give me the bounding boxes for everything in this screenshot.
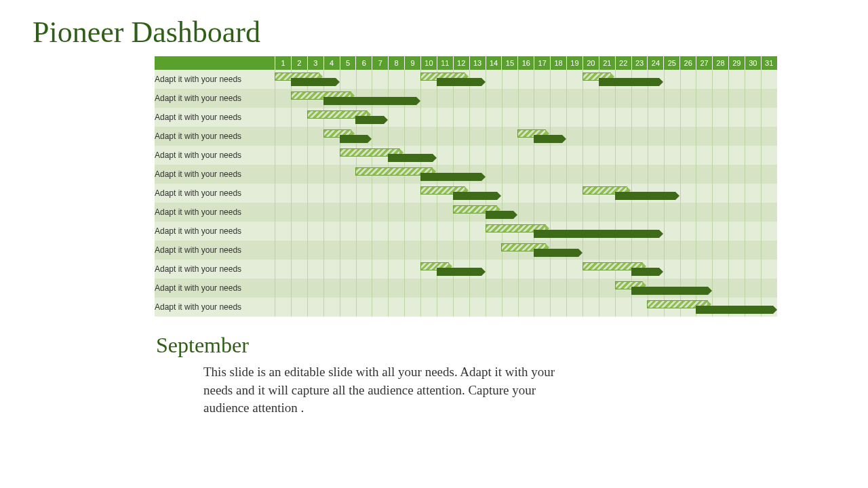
day-header: 12 xyxy=(453,56,469,70)
gantt-chart: 1234567891011121314151617181920212223242… xyxy=(155,56,755,317)
task-bars-cell xyxy=(275,222,777,241)
actual-bar xyxy=(437,268,481,276)
day-header: 19 xyxy=(566,56,583,70)
gantt-table: 1234567891011121314151617181920212223242… xyxy=(155,56,777,317)
day-header: 17 xyxy=(534,56,550,70)
day-header: 1 xyxy=(275,56,291,70)
task-bars-cell xyxy=(275,279,777,298)
task-label: Adapt it with your needs xyxy=(155,70,275,89)
actual-bar xyxy=(696,306,772,314)
task-bars-cell xyxy=(275,127,777,146)
task-row: Adapt it with your needs xyxy=(155,203,777,222)
day-header: 6 xyxy=(355,56,372,70)
task-label: Adapt it with your needs xyxy=(155,260,275,279)
task-row: Adapt it with your needs xyxy=(155,298,777,317)
gantt-body: Adapt it with your needsAdapt it with yo… xyxy=(155,70,777,317)
day-header: 22 xyxy=(615,56,631,70)
actual-bar xyxy=(340,135,368,143)
day-header: 21 xyxy=(599,56,615,70)
day-header: 7 xyxy=(372,56,388,70)
task-bars-cell xyxy=(275,89,777,108)
task-label: Adapt it with your needs xyxy=(155,279,275,298)
task-bars-cell xyxy=(275,146,777,165)
day-header: 2 xyxy=(291,56,307,70)
day-header: 5 xyxy=(340,56,356,70)
task-row: Adapt it with your needs xyxy=(155,241,777,260)
actual-bar xyxy=(599,78,660,86)
actual-bar xyxy=(631,268,660,276)
actual-bar xyxy=(420,173,481,181)
day-header: 15 xyxy=(501,56,517,70)
description-text: This slide is an editable slide with all… xyxy=(203,363,583,418)
task-label: Adapt it with your needs xyxy=(155,165,275,184)
actual-bar xyxy=(631,287,708,295)
actual-bar xyxy=(437,78,481,86)
day-header: 9 xyxy=(404,56,420,70)
day-header: 31 xyxy=(761,56,777,70)
day-header: 30 xyxy=(745,56,761,70)
day-header: 29 xyxy=(728,56,745,70)
task-bars-cell xyxy=(275,298,777,317)
task-row: Adapt it with your needs xyxy=(155,260,777,279)
task-bars-cell xyxy=(275,184,777,203)
day-header: 27 xyxy=(696,56,712,70)
task-bars-cell xyxy=(275,260,777,279)
task-label: Adapt it with your needs xyxy=(155,108,275,127)
day-header: 25 xyxy=(663,56,679,70)
task-row: Adapt it with your needs xyxy=(155,70,777,89)
gantt-header-row: 1234567891011121314151617181920212223242… xyxy=(155,56,777,70)
actual-bar xyxy=(534,135,562,143)
actual-bar xyxy=(453,192,498,200)
task-label: Adapt it with your needs xyxy=(155,222,275,241)
day-header: 16 xyxy=(517,56,534,70)
task-row: Adapt it with your needs xyxy=(155,89,777,108)
actual-bar xyxy=(534,230,659,238)
task-bars-cell xyxy=(275,165,777,184)
day-header: 10 xyxy=(420,56,437,70)
page-title: Pioneer Dashboard xyxy=(33,15,868,49)
day-header: 26 xyxy=(679,56,696,70)
task-label: Adapt it with your needs xyxy=(155,298,275,317)
task-bars-cell xyxy=(275,241,777,260)
task-bars-cell xyxy=(275,70,777,89)
task-label: Adapt it with your needs xyxy=(155,241,275,260)
actual-bar xyxy=(534,249,578,257)
day-header: 4 xyxy=(323,56,340,70)
day-header: 8 xyxy=(388,56,404,70)
task-row: Adapt it with your needs xyxy=(155,184,777,203)
actual-bar xyxy=(486,211,514,219)
task-label: Adapt it with your needs xyxy=(155,127,275,146)
task-row: Adapt it with your needs xyxy=(155,146,777,165)
task-row: Adapt it with your needs xyxy=(155,108,777,127)
task-row: Adapt it with your needs xyxy=(155,127,777,146)
day-header: 20 xyxy=(583,56,599,70)
task-label: Adapt it with your needs xyxy=(155,89,275,108)
task-row: Adapt it with your needs xyxy=(155,279,777,298)
task-row: Adapt it with your needs xyxy=(155,222,777,241)
day-header: 14 xyxy=(486,56,502,70)
day-header: 24 xyxy=(647,56,663,70)
day-header: 11 xyxy=(437,56,453,70)
day-header: 28 xyxy=(712,56,728,70)
task-bars-cell xyxy=(275,108,777,127)
day-header: 13 xyxy=(469,56,486,70)
actual-bar xyxy=(323,97,416,105)
task-label: Adapt it with your needs xyxy=(155,184,275,203)
actual-bar xyxy=(291,78,336,86)
actual-bar xyxy=(615,192,676,200)
task-row: Adapt it with your needs xyxy=(155,165,777,184)
task-bars-cell xyxy=(275,203,777,222)
day-header: 18 xyxy=(550,56,566,70)
task-label: Adapt it with your needs xyxy=(155,203,275,222)
actual-bar xyxy=(355,116,384,124)
task-column-header xyxy=(155,56,275,70)
day-header: 23 xyxy=(631,56,648,70)
month-heading: September xyxy=(156,333,868,358)
task-label: Adapt it with your needs xyxy=(155,146,275,165)
day-header: 3 xyxy=(307,56,323,70)
actual-bar xyxy=(388,154,433,162)
